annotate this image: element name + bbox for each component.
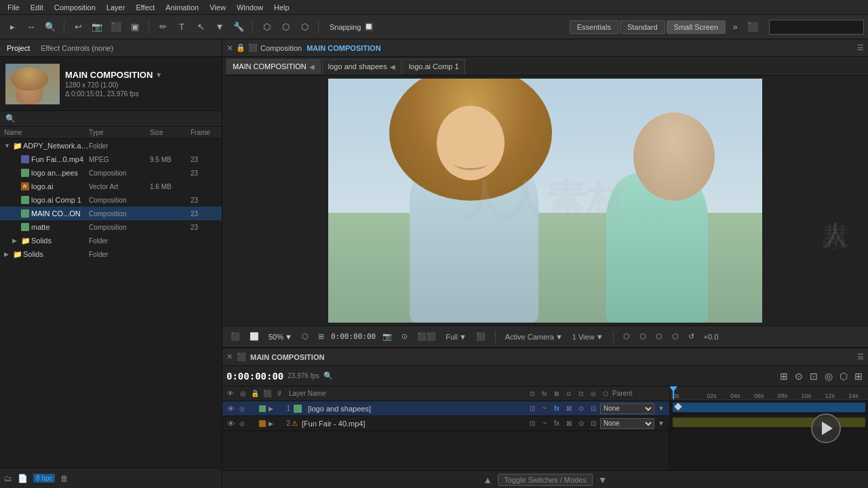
vc-fast-preview[interactable]: ⬡: [669, 331, 682, 342]
layer-visibility-1[interactable]: 👁: [225, 405, 236, 413]
vc-show-snapshot[interactable]: ⊙: [399, 331, 410, 342]
play-button[interactable]: [811, 413, 841, 443]
ls-1-3[interactable]: ⊠: [564, 405, 574, 412]
list-item[interactable]: ▶ logo an...pees Composition 23: [0, 166, 222, 180]
vc-view-select[interactable]: 1 View ▼: [570, 331, 606, 342]
folder-toggle[interactable]: ▶: [12, 237, 20, 244]
timeline-search-icon[interactable]: 🔍: [323, 371, 333, 380]
col-header-size[interactable]: Size: [150, 129, 191, 136]
ls-2-4[interactable]: ⊙: [576, 420, 587, 427]
list-item[interactable]: ▶ logo.ai Comp 1 Composition 23: [0, 193, 222, 207]
workspace-more[interactable]: »: [727, 19, 743, 35]
folder-toggle[interactable]: ▼: [4, 142, 12, 149]
ls-1-dropdown[interactable]: ▼: [656, 405, 667, 412]
comp-tab-logoai[interactable]: logo.ai Comp 1: [403, 59, 465, 74]
vc-current-time[interactable]: 0:00:00:00: [331, 332, 376, 341]
timeline-panel-icon-4[interactable]: ◎: [823, 369, 834, 383]
list-item[interactable]: ▶ matte Composition 23: [0, 220, 222, 234]
guide-tool[interactable]: ⬡: [296, 19, 313, 35]
bpc-badge[interactable]: 8 bpc: [33, 474, 55, 483]
panel-new-item[interactable]: 📄: [18, 474, 28, 483]
col-header-type[interactable]: Type: [89, 129, 150, 136]
vc-gpu-btn[interactable]: ⬡: [637, 331, 649, 342]
align-tool[interactable]: ⬡: [258, 19, 275, 35]
vc-motion-blur[interactable]: ⬡: [653, 331, 665, 342]
ls-2-1[interactable]: ⊡: [527, 420, 538, 427]
puppet-tool[interactable]: 🔧: [231, 19, 247, 35]
tab-effect-controls[interactable]: Effect Controls (none): [38, 43, 116, 54]
vc-snapshot-btn[interactable]: 📷: [380, 331, 395, 342]
menu-effect[interactable]: Effect: [131, 2, 159, 13]
search-input[interactable]: [769, 20, 864, 35]
snapping-control[interactable]: Snapping 🔲: [330, 22, 374, 31]
layer-visibility-2[interactable]: 👁: [225, 420, 236, 428]
vc-exposure[interactable]: ⬛⬛: [414, 331, 439, 342]
comp-lock-icon[interactable]: 🔒: [236, 43, 245, 52]
ls-2-5[interactable]: ⊡: [588, 420, 599, 427]
menu-window[interactable]: Window: [232, 2, 268, 13]
ls-2-dropdown[interactable]: ▼: [656, 420, 667, 427]
tab-project[interactable]: Project: [4, 43, 33, 54]
panel-delete[interactable]: 🗑: [60, 474, 68, 483]
layer-expand-2[interactable]: ▶: [269, 420, 277, 427]
list-item[interactable]: ▶ Ai logo.ai Vector Art 1.6 MB: [0, 180, 222, 193]
timeline-panel-icon-6[interactable]: ⊞: [853, 369, 864, 383]
list-item[interactable]: ▶ 📁 Solids Folder: [0, 234, 222, 247]
project-dropdown-arrow[interactable]: ▼: [155, 71, 162, 79]
rect-tool[interactable]: ⬛: [108, 19, 124, 35]
shape-tool[interactable]: ▣: [127, 19, 143, 35]
vc-zoom-select[interactable]: 50% ▼: [266, 331, 295, 342]
timeline-nav-right[interactable]: ▼: [598, 474, 608, 485]
layer-row[interactable]: 👁 ◎ ▶ 2 ⚠ [Fun Fair - 40.mp4] ⊡ ~ fx ⊠: [222, 416, 669, 431]
camera-tool[interactable]: 📷: [89, 19, 105, 35]
col-header-frame[interactable]: Frame: [191, 129, 218, 136]
menu-edit[interactable]: Edit: [26, 2, 48, 13]
ls-2-fx[interactable]: fx: [551, 420, 562, 427]
selection-tool[interactable]: ▸: [4, 19, 20, 35]
toggle-switches-modes[interactable]: Toggle Switches / Modes: [498, 474, 593, 486]
workspace-small-screen[interactable]: Small Screen: [667, 20, 726, 34]
ls-1-1[interactable]: ⊡: [527, 405, 538, 412]
comp-panel-menu[interactable]: ☰: [857, 43, 864, 52]
vc-preview-btn[interactable]: ⬛: [228, 331, 243, 342]
menu-composition[interactable]: Composition: [50, 2, 100, 13]
vc-display-btn[interactable]: ⬜: [247, 331, 262, 342]
pen-tool[interactable]: ✏: [155, 19, 171, 35]
layer-solo-2[interactable]: ◎: [237, 420, 247, 427]
rotate-tool[interactable]: ↩: [70, 19, 86, 35]
layer-solo-1[interactable]: ◎: [237, 405, 247, 412]
list-item[interactable]: ▶ 📁 Solids Folder: [0, 247, 222, 261]
timeline-menu[interactable]: ☰: [857, 352, 864, 361]
panel-new-folder[interactable]: 🗂: [4, 474, 12, 483]
hand-tool[interactable]: ↔: [23, 19, 39, 35]
ls-2-2[interactable]: ~: [539, 420, 550, 427]
playhead[interactable]: [673, 386, 674, 399]
col-header-name[interactable]: Name: [4, 129, 89, 136]
layer-parent-2[interactable]: None: [600, 418, 654, 429]
timeline-panel-icon-3[interactable]: ⊡: [808, 369, 819, 383]
layer-expand-1[interactable]: ▶: [269, 405, 277, 412]
timeline-panel-icon-2[interactable]: ⊙: [793, 369, 804, 383]
distribute-tool[interactable]: ⬡: [277, 19, 294, 35]
vc-quality-select[interactable]: Full ▼: [443, 331, 469, 342]
vc-offset[interactable]: +0.0: [701, 331, 722, 342]
comp-tab-logo[interactable]: logo and shapees ◀: [322, 59, 401, 74]
vc-transparent[interactable]: ⬛: [473, 331, 488, 342]
workspace-standard[interactable]: Standard: [620, 20, 665, 34]
menu-view[interactable]: View: [205, 2, 231, 13]
layer-row[interactable]: 👁 ◎ ▶ 1 [logo and shapees] ⊡ ~ fx ⊠: [222, 401, 669, 416]
zoom-tool[interactable]: 🔍: [42, 19, 58, 35]
timeline-nav-left[interactable]: ▲: [483, 474, 492, 485]
vc-grid-btn[interactable]: ⊞: [315, 331, 327, 342]
ls-1-2[interactable]: ~: [539, 405, 550, 412]
timeline-panel-icon-1[interactable]: ⊞: [778, 369, 789, 383]
timeline-panel-icon-5[interactable]: ⬡: [838, 369, 849, 383]
text-tool[interactable]: T: [174, 19, 190, 35]
folder-toggle[interactable]: ▶: [4, 251, 12, 258]
workspace-essentials[interactable]: Essentials: [570, 20, 618, 34]
comp-panel-icon[interactable]: ⬛: [248, 43, 258, 52]
comp-panel-close[interactable]: ✕: [226, 43, 233, 53]
layer-parent-1[interactable]: None: [600, 403, 654, 414]
timeline-close[interactable]: ✕: [226, 352, 233, 361]
vc-fit-btn[interactable]: ⬡: [299, 331, 311, 342]
